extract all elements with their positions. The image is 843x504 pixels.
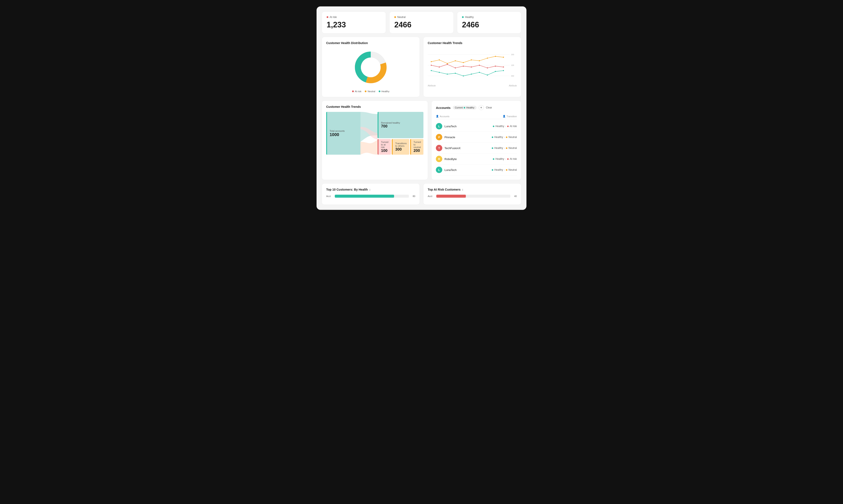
legend-healthy: Healthy [379,90,389,93]
account-row-3[interactable]: R RoboByte Healthy › At risk [436,154,517,164]
to-dot-4 [506,169,507,171]
kpi-label-healthy: Healthy [462,16,516,19]
legend-dot-healthy [379,90,380,92]
legend-neutral: Neutral [365,90,375,93]
transition-4: Healthy › Neutral [492,168,517,172]
account-row-2[interactable]: T TechFusionX Healthy › Neutral [436,143,517,154]
svg-point-23 [471,67,472,68]
svg-text:200: 200 [511,53,514,56]
acct-left-2: T TechFusionX [436,145,461,151]
svg-point-35 [487,74,488,75]
top-atrisk-bar-label: Acct [428,195,434,197]
from-label-0: Healthy [495,125,504,128]
from-dot-3 [493,158,494,160]
legend-label-healthy: Healthy [381,90,389,93]
from-label-3: Healthy [495,158,504,160]
donut-container: At risk Neutral Healthy [326,48,415,93]
flow-neutral-block: Transitions to others 300 [392,139,409,155]
arrow-0: › [505,125,506,127]
flow-remained-label: Remained healthy [381,122,421,124]
clear-button[interactable]: Clear [486,106,492,109]
svg-point-14 [479,60,480,61]
kpi-value-atrisk: 1,233 [327,20,381,29]
kpi-label-text-atrisk: At risk [330,16,337,19]
kpi-dot-red [327,16,328,18]
kpi-value-healthy: 2466 [462,20,516,29]
filter-status-label: Healthy [466,106,474,109]
acct-name-4: LunaTech [444,168,457,172]
top-health-bar-bg [335,195,409,198]
svg-point-22 [463,66,464,67]
flow-turned-neutral-value: 200 [414,148,421,153]
legend-dot-atrisk [352,90,354,92]
svg-point-17 [503,57,504,58]
to-label-0: At risk [510,125,517,128]
acct-left-0: L LunaTech [436,123,457,129]
flow-total-value: 1000 [330,132,358,137]
bar-charts-row: Top 10 Customers: By Health ℹ Acct 80 To… [322,183,521,205]
account-row-0[interactable]: L LunaTech Healthy › At risk [436,121,517,132]
from-dot-0 [493,126,494,127]
col-accounts: 👤 Accounts [436,115,449,118]
kpi-card-neutral: Neutral 2466 [389,12,454,33]
acct-name-2: TechFusionX [444,146,461,150]
flow-turned-neutral-label: Turned to neutral [414,141,421,148]
account-row-4[interactable]: L LunaTech Healthy › Neutral [436,164,517,176]
accounts-card: Accounts Current Healthy + Clear 👤 Accou… [431,101,521,180]
svg-point-36 [495,71,496,72]
kpi-label-text-neutral: Neutral [397,16,406,19]
top-atrisk-title-text: Top At Risk Customers [428,188,461,191]
transition-0: Healthy › At risk [493,125,517,128]
top-atrisk-bar-value: 40 [513,195,517,197]
from-dot-1 [492,137,493,138]
filter-dot [464,107,465,108]
flow-remained-block: Remained healthy 700 [378,112,424,138]
to-label-2: Neutral [509,146,517,149]
from-label-2: Healthy [494,146,503,149]
add-filter-button[interactable]: + [479,105,484,110]
kpi-dot-orange [394,16,396,18]
charts-row: Customer Health Distribution [322,37,521,97]
svg-point-28 [431,70,432,71]
donut-legend: At risk Neutral Healthy [352,90,389,93]
svg-text:100: 100 [511,64,514,66]
to-label-4: Neutral [509,168,517,172]
flow-card: Customer Health Trends Total accounts 10… [322,101,428,180]
flow-card-title: Customer Health Trends [326,105,424,108]
from-label-4: Healthy [494,168,503,172]
transition-2: Healthy › Neutral [492,146,517,149]
flow-total-label: Total accounts [330,130,358,132]
legend-atrisk: At risk [352,90,362,93]
health-trends-card: Customer Health Trends [423,37,521,97]
flow-total-block: Total accounts 1000 [326,112,360,155]
flow-area: Total accounts 1000 [326,112,424,155]
donut-chart-svg [351,48,390,87]
x-label-right: Attribute [509,85,517,87]
account-row-1[interactable]: P Pinnacle Healthy › Neutral [436,132,517,143]
transition-1: Healthy › Neutral [492,136,517,139]
dashboard: At risk 1,233 Neutral 2466 Healthy 2466 … [316,6,527,210]
bottom-row: Customer Health Trends Total accounts 10… [322,101,521,180]
svg-point-24 [479,65,480,66]
svg-point-16 [495,56,496,57]
acct-avatar-0: L [436,123,442,129]
svg-point-31 [455,73,456,74]
from-dot-4 [492,169,493,171]
acct-avatar-2: T [436,145,442,151]
top-health-bar-value: 80 [411,195,415,197]
acct-name-1: Pinnacle [444,136,455,139]
svg-point-34 [479,72,480,73]
filter-badge[interactable]: Current Healthy [453,106,477,109]
svg-point-25 [487,67,488,69]
to-label-1: Neutral [509,136,517,139]
legend-label-neutral: Neutral [367,90,375,93]
top-atrisk-bar-row: Acct 40 [428,195,517,198]
kpi-label-text-healthy: Healthy [465,16,474,19]
flow-right: Remained healthy 700 Turned to at risk 1… [378,112,424,155]
acct-left-4: L LunaTech [436,167,457,173]
col-transition: 👤 Transition [503,115,517,118]
arrow-1: › [504,136,505,139]
health-distribution-card: Customer Health Distribution [322,37,420,97]
flow-atrisk-block: Turned to at risk 100 [378,139,391,155]
transition-3: Healthy › At risk [493,158,517,160]
